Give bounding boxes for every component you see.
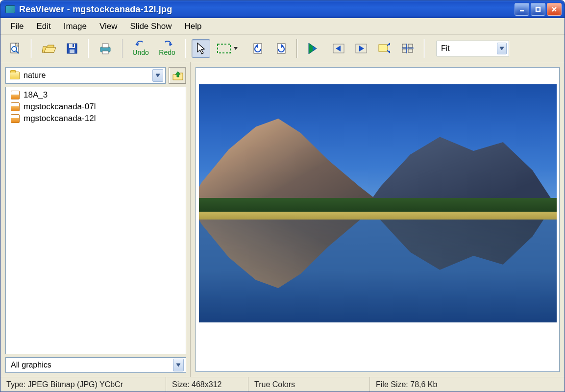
image-canvas[interactable] <box>196 67 560 372</box>
zoom-combo[interactable]: Fit <box>437 41 509 56</box>
play-slideshow-button[interactable] <box>303 39 322 58</box>
svg-rect-35 <box>408 44 413 48</box>
previous-button[interactable] <box>329 39 348 58</box>
undo-label: Undo <box>132 49 148 56</box>
svg-marker-20 <box>234 47 238 50</box>
redo-icon <box>161 41 173 48</box>
chevron-down-icon <box>499 46 504 51</box>
filter-caret[interactable] <box>173 359 184 371</box>
save-button[interactable] <box>62 39 82 58</box>
arrow-right-icon <box>355 43 368 54</box>
play-icon <box>307 42 318 55</box>
rotate-left-button[interactable] <box>248 39 268 58</box>
status-type: Type: JPEG Bitmap (JPG) YCbCr <box>0 377 166 392</box>
rotate-ccw-icon <box>252 42 265 55</box>
svg-rect-31 <box>379 45 388 51</box>
pointer-tool-button[interactable] <box>192 39 210 58</box>
svg-rect-14 <box>102 44 108 48</box>
zoom-value: Fit <box>441 44 450 53</box>
rotate-cw-icon <box>274 42 287 55</box>
redo-button[interactable]: Redo <box>155 39 179 58</box>
displayed-image <box>199 84 557 322</box>
svg-rect-1 <box>536 7 540 11</box>
svg-rect-36 <box>402 49 407 52</box>
status-filesize: File Size: 78,6 Kb <box>370 377 565 392</box>
svg-marker-8 <box>44 48 56 52</box>
grid-icon <box>401 43 415 54</box>
svg-marker-26 <box>309 43 313 54</box>
app-icon <box>5 5 15 13</box>
file-name: mgstockcanada-12l <box>24 114 96 123</box>
actual-size-button[interactable] <box>397 39 418 58</box>
menu-file[interactable]: File <box>4 20 29 33</box>
app-window: ReaViewer - mgstockcanada-12l.jpg File E… <box>0 0 565 392</box>
rotate-right-button[interactable] <box>271 39 291 58</box>
svg-rect-12 <box>73 44 74 47</box>
folder-up-icon <box>172 70 183 81</box>
chevron-down-icon <box>155 73 160 78</box>
new-button[interactable] <box>5 39 25 58</box>
file-name: 18A_3 <box>24 90 48 100</box>
menubar: File Edit Image View Slide Show Help <box>0 18 565 35</box>
svg-marker-41 <box>156 74 160 77</box>
close-button[interactable] <box>547 3 562 16</box>
folder-combo[interactable]: nature <box>5 67 166 84</box>
svg-rect-19 <box>218 44 230 53</box>
file-list[interactable]: 18A_3 mgstockcanada-07l mgstockcanada-12… <box>5 87 186 354</box>
svg-rect-37 <box>408 49 413 52</box>
image-file-icon <box>11 91 20 99</box>
next-button[interactable] <box>351 39 371 58</box>
svg-marker-28 <box>336 46 341 51</box>
marquee-icon <box>217 43 231 54</box>
minimize-icon <box>518 6 525 13</box>
sidebar: nature 18A_3 <box>0 62 191 377</box>
chevron-down-icon <box>233 46 238 51</box>
open-button[interactable] <box>38 39 59 58</box>
print-button[interactable] <box>95 39 116 58</box>
menu-slideshow[interactable]: Slide Show <box>124 20 178 33</box>
svg-marker-40 <box>500 47 504 50</box>
minimize-button[interactable] <box>515 3 529 16</box>
image-viewer <box>191 62 565 377</box>
status-colors: True Colors <box>248 377 370 392</box>
page-magnify-icon <box>9 42 22 55</box>
file-name: mgstockcanada-07l <box>24 102 96 112</box>
menu-edit[interactable]: Edit <box>30 20 56 33</box>
window-title: ReaViewer - mgstockcanada-12l.jpg <box>19 4 515 15</box>
titlebar[interactable]: ReaViewer - mgstockcanada-12l.jpg <box>0 0 565 18</box>
svg-rect-34 <box>402 44 407 48</box>
cursor-icon <box>196 42 206 55</box>
menu-view[interactable]: View <box>94 20 123 33</box>
floppy-icon <box>66 42 78 55</box>
filter-combo[interactable]: All graphics <box>5 357 186 373</box>
folder-caret[interactable] <box>152 69 163 82</box>
statusbar: Type: JPEG Bitmap (JPG) YCbCr Size: 468x… <box>0 377 565 392</box>
filter-value: All graphics <box>11 361 51 369</box>
list-item[interactable]: 18A_3 <box>8 89 184 101</box>
folder-icon <box>10 72 20 79</box>
fit-to-window-button[interactable] <box>374 39 394 58</box>
undo-icon <box>135 41 147 48</box>
undo-button[interactable]: Undo <box>129 39 152 58</box>
zoom-caret[interactable] <box>497 43 507 54</box>
menu-help[interactable]: Help <box>179 20 208 33</box>
arrow-left-icon <box>332 43 345 54</box>
svg-marker-30 <box>359 46 364 51</box>
menu-image[interactable]: Image <box>58 20 93 33</box>
chevron-down-icon <box>176 363 181 368</box>
image-file-icon <box>11 102 20 111</box>
folder-up-button[interactable] <box>169 67 186 84</box>
selection-tool-button[interactable] <box>213 39 242 58</box>
folder-name: nature <box>24 71 46 80</box>
maximize-button[interactable] <box>531 3 545 16</box>
status-size: Size: 468x312 <box>166 377 248 392</box>
toolbar: Undo Redo <box>0 35 565 62</box>
list-item[interactable]: mgstockcanada-12l <box>8 113 184 124</box>
image-file-icon <box>11 114 20 123</box>
list-item[interactable]: mgstockcanada-07l <box>8 101 184 113</box>
svg-marker-18 <box>197 43 204 54</box>
redo-label: Redo <box>159 49 175 56</box>
printer-icon <box>98 42 113 55</box>
maximize-icon <box>535 6 541 13</box>
fit-screen-icon <box>377 43 391 54</box>
